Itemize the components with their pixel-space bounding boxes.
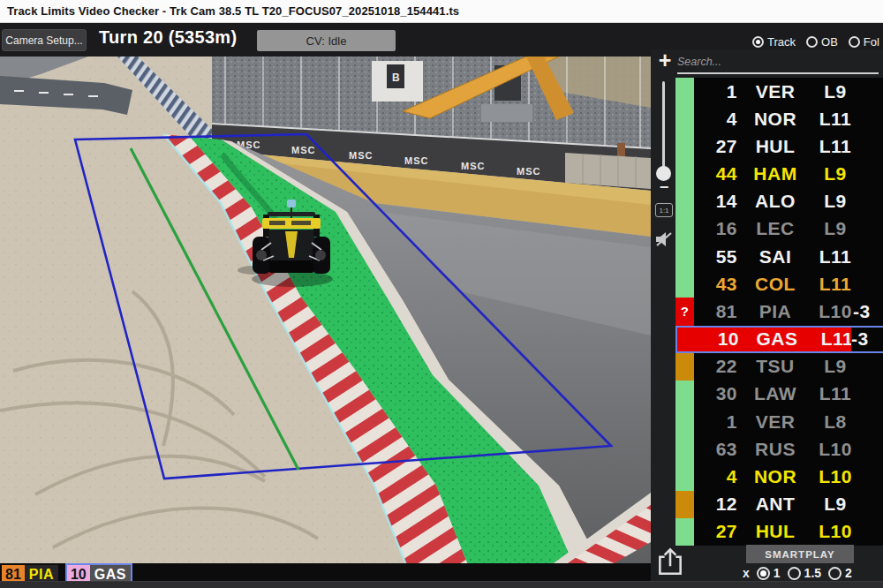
- playback-speed-radios: x11.52: [743, 566, 852, 580]
- cv-status-button[interactable]: CV: Idle: [257, 30, 396, 51]
- driver-number: 55: [694, 246, 737, 268]
- driver-number: 63: [694, 439, 737, 460]
- driver-name: RUS: [737, 439, 813, 460]
- concrete-wall: [565, 153, 651, 189]
- driver-number: 16: [694, 218, 737, 239]
- zoom-slider-track[interactable]: [662, 81, 665, 173]
- driver-name: HAM: [737, 163, 813, 185]
- driver-name: TSU: [737, 356, 813, 377]
- driver-name: ANT: [737, 494, 813, 515]
- search-field: [677, 51, 879, 74]
- driver-row[interactable]: 63RUSL10: [675, 435, 883, 463]
- driver-row[interactable]: 44HAML9: [675, 161, 883, 188]
- driver-name: COL: [737, 274, 813, 295]
- driver-lap: L9: [813, 494, 857, 515]
- driver-number: 4: [694, 466, 737, 487]
- driver-row[interactable]: 10GASL11-3: [675, 326, 883, 353]
- driver-row[interactable]: 1VERL9: [675, 78, 883, 105]
- search-input[interactable]: [677, 51, 879, 72]
- speed-1.5[interactable]: 1.5: [788, 566, 821, 580]
- status-strip: [675, 105, 694, 132]
- status-strip: [675, 270, 694, 298]
- status-strip: [675, 435, 694, 463]
- driver-lap: L10: [813, 521, 857, 542]
- driver-name: LEC: [737, 218, 813, 239]
- driver-name: HUL: [737, 521, 813, 542]
- driver-name: HUL: [737, 136, 813, 157]
- driver-number: 30: [694, 383, 737, 404]
- speed-prefix: x: [743, 566, 750, 580]
- turn-label: Turn 20 (5353m): [99, 27, 237, 48]
- status-strip: [675, 161, 694, 188]
- driver-row[interactable]: 4NORL11: [675, 105, 883, 132]
- video-area[interactable]: B MSCMSCMSCMSCMSCMSCMSC: [0, 57, 651, 565]
- driver-row[interactable]: 4NORL10: [675, 463, 883, 490]
- svg-text:MSC: MSC: [461, 161, 485, 171]
- svg-text:MSC: MSC: [349, 150, 373, 161]
- radio-dot-icon: [752, 36, 764, 48]
- driver-lap: L11: [813, 383, 857, 404]
- driver-row[interactable]: 30LAWL11: [675, 381, 883, 408]
- status-strip: [675, 215, 694, 243]
- svg-text:MSC: MSC: [404, 155, 428, 166]
- driver-row[interactable]: 55SAIL11: [675, 243, 883, 270]
- speed-1[interactable]: 1: [757, 566, 781, 580]
- radio-dot-icon: [757, 567, 770, 580]
- speed-2[interactable]: 2: [828, 566, 852, 580]
- driver-row[interactable]: 14ALOL9: [675, 188, 883, 215]
- driver-row[interactable]: 12ANTL9: [675, 491, 883, 518]
- flag-badge: ?: [675, 298, 694, 325]
- driver-row[interactable]: 1VERL8: [675, 408, 883, 435]
- radio-dot-icon: [788, 567, 801, 580]
- driver-name: GAS: [739, 328, 815, 350]
- driver-row[interactable]: 27HULL11: [675, 132, 883, 160]
- speed-label: 2: [845, 566, 852, 580]
- status-strip: [675, 463, 694, 490]
- driver-number: 1: [694, 81, 737, 102]
- view-mode-fol[interactable]: Fol: [849, 35, 879, 49]
- driver-lap: L11: [813, 136, 857, 157]
- driver-number: 10: [696, 328, 739, 350]
- svg-text:MSC: MSC: [517, 166, 540, 177]
- driver-lap: L10: [813, 466, 857, 487]
- driver-row[interactable]: 27HULL10: [675, 518, 883, 546]
- status-strip: [675, 132, 694, 160]
- zoom-in-button[interactable]: +: [654, 49, 675, 72]
- driver-name: SAI: [737, 246, 813, 268]
- driver-row[interactable]: ?81PIAL10-3: [675, 298, 883, 325]
- driver-row[interactable]: 16LECL9: [675, 215, 883, 243]
- driver-number: 1: [694, 411, 737, 433]
- driver-number: 44: [694, 163, 737, 185]
- status-strip: [675, 491, 694, 518]
- view-mode-track[interactable]: Track: [752, 35, 796, 49]
- driver-lap: L11: [813, 246, 857, 268]
- view-mode-ob[interactable]: OB: [806, 35, 838, 49]
- title-bar: Track Limits Video Checker - Trk Cam 38.…: [0, 0, 883, 23]
- export-icon[interactable]: [656, 546, 684, 577]
- smartplay-button[interactable]: SMARTPLAY: [746, 545, 854, 563]
- driver-number: 22: [694, 356, 737, 377]
- status-strip: [675, 381, 694, 408]
- flag-board-letter: B: [392, 72, 400, 84]
- view-mode-radios: TrackOBFol: [752, 35, 879, 49]
- mute-icon[interactable]: [655, 231, 673, 247]
- status-strip: [675, 78, 694, 105]
- app-window: Track Limits Video Checker - Trk Cam 38.…: [0, 0, 883, 588]
- driver-lap: L9: [813, 163, 857, 185]
- zoom-out-button[interactable]: −: [658, 182, 670, 194]
- one-to-one-button[interactable]: 1:1: [655, 203, 673, 217]
- driver-name: VER: [737, 81, 813, 102]
- window-title: Track Limits Video Checker - Trk Cam 38.…: [7, 4, 459, 18]
- driver-row[interactable]: 43COLL11: [675, 270, 883, 298]
- view-mode-label: Track: [767, 35, 796, 49]
- bottom-bar: 81PIA10GAS: [0, 563, 651, 583]
- radio-dot-icon: [849, 36, 860, 48]
- status-strip: [675, 518, 694, 546]
- driver-row[interactable]: 22TSUL9: [675, 353, 883, 381]
- status-strip: [675, 243, 694, 270]
- driver-delta: -3: [851, 328, 883, 351]
- driver-name: NOR: [737, 466, 813, 487]
- camera-setup-button[interactable]: Camera Setup...: [2, 29, 87, 51]
- driver-delta: -3: [853, 301, 883, 322]
- driver-name: VER: [737, 411, 813, 433]
